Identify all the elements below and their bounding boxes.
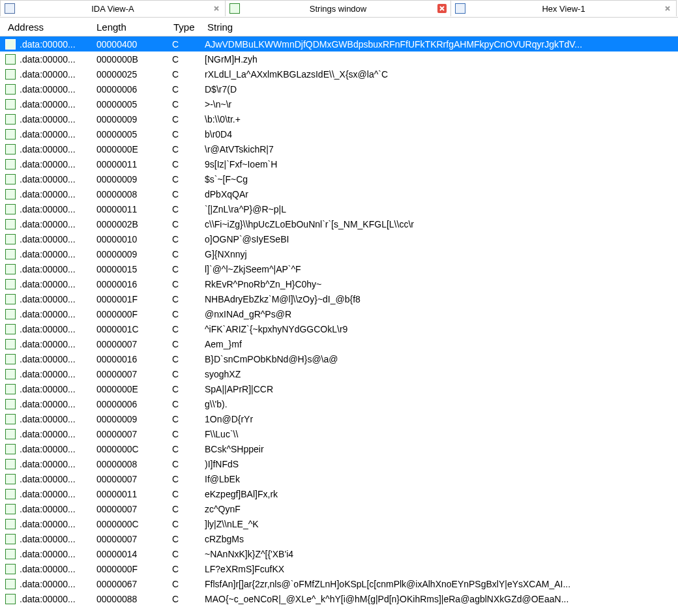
cell-address: .data:00000... bbox=[20, 219, 96, 229]
table-row[interactable]: .data:00000...00000015Cl]`@^l~ZkjSeem^|A… bbox=[0, 261, 678, 276]
cell-length: 00000007 bbox=[96, 369, 172, 379]
table-row[interactable]: .data:00000...0000000CCBCsk^SHppeir bbox=[0, 441, 678, 456]
table-row[interactable]: .data:00000...00000088CMAO{~c_oeNCoR|_@X… bbox=[0, 591, 678, 606]
string-icon bbox=[5, 69, 20, 80]
table-row[interactable]: .data:00000...00000007Czc^QynF bbox=[0, 501, 678, 516]
string-icon bbox=[5, 354, 20, 364]
table-row[interactable]: .data:00000...00000025CrXLdLl_La^AXxlmKB… bbox=[0, 66, 678, 81]
cell-type: C bbox=[172, 489, 205, 499]
string-icon bbox=[5, 294, 20, 304]
cell-length: 00000014 bbox=[96, 549, 172, 559]
cell-length: 00000010 bbox=[96, 234, 172, 244]
cell-type: C bbox=[172, 474, 205, 484]
cell-string: zc^QynF bbox=[205, 504, 678, 514]
cell-string: G]{NXnnyj bbox=[205, 249, 678, 259]
table-row[interactable]: .data:00000...00000005C>-\n~\r bbox=[0, 96, 678, 111]
cell-string: D$\r7(D bbox=[205, 84, 678, 95]
table-row[interactable]: .data:00000...0000000CC]ly|Z\\nLE_^K bbox=[0, 516, 678, 531]
table-row[interactable]: .data:00000...00000005Cb\r0D4 bbox=[0, 126, 678, 141]
string-icon bbox=[5, 519, 20, 529]
table-row[interactable]: .data:00000...0000002BCc\\Fi~iZg}\\hpUcZ… bbox=[0, 216, 678, 231]
table-row[interactable]: .data:00000...00000009CG]{NXnnyj bbox=[0, 246, 678, 261]
table-row[interactable]: .data:00000...00000006Cg\\'b). bbox=[0, 396, 678, 411]
table-row[interactable]: .data:00000...0000000EC\r@AtVTskichR|7 bbox=[0, 141, 678, 156]
table-row[interactable]: .data:00000...00000016CRkEvR^PnoRb^Zn_H}… bbox=[0, 276, 678, 291]
column-header-length[interactable]: Length bbox=[96, 22, 173, 33]
table-row[interactable]: .data:00000...00000007CIf@LbEk bbox=[0, 471, 678, 486]
cell-string: b\r0D4 bbox=[205, 129, 678, 139]
cell-address: .data:00000... bbox=[20, 369, 96, 379]
cell-length: 0000000E bbox=[96, 384, 172, 394]
column-header-type[interactable]: Type bbox=[173, 22, 207, 33]
table-row[interactable]: .data:00000...00000011C9s[Iz|`Fxf~Ioem`H bbox=[0, 156, 678, 171]
strings-table: .data:00000...00000400CAJwVDMBuLKWWmnDjf… bbox=[0, 37, 678, 606]
cell-string: dPbXqQAr bbox=[205, 189, 678, 199]
string-icon bbox=[5, 129, 20, 139]
cell-type: C bbox=[172, 69, 205, 80]
cell-address: .data:00000... bbox=[20, 549, 96, 559]
cell-address: .data:00000... bbox=[20, 279, 96, 289]
string-icon bbox=[5, 339, 20, 349]
tab-hex-view-1[interactable]: Hex View-1 bbox=[451, 0, 677, 16]
table-row[interactable]: .data:00000...00000016CB}D`snCmPObKbNd@H… bbox=[0, 351, 678, 366]
cell-string: AJwVDMBuLKWWmnDjfQDMxGWBdpsbuxRFnFfUFkTK… bbox=[205, 39, 678, 50]
cell-address: .data:00000... bbox=[20, 294, 96, 304]
cell-string: cRZbgMs bbox=[205, 534, 678, 544]
string-icon bbox=[5, 444, 20, 454]
table-row[interactable]: .data:00000...00000007CF\\Luc`\\ bbox=[0, 426, 678, 441]
tab-title: Strings window bbox=[310, 4, 366, 14]
cell-length: 00000400 bbox=[96, 39, 172, 50]
cell-address: .data:00000... bbox=[20, 579, 96, 589]
table-row[interactable]: .data:00000...00000008C)I]fNFdS bbox=[0, 456, 678, 471]
cell-length: 00000007 bbox=[96, 534, 172, 544]
cell-string: ~NAnNxK]k}Z^[{'XB'i4 bbox=[205, 549, 678, 559]
cell-length: 00000015 bbox=[96, 264, 172, 274]
cell-type: C bbox=[172, 519, 205, 529]
column-header-address[interactable]: Address bbox=[8, 22, 96, 33]
table-row[interactable]: .data:00000...0000001FCNHBAdryEbZkz`M@l]… bbox=[0, 291, 678, 306]
string-icon bbox=[5, 204, 20, 214]
cell-address: .data:00000... bbox=[20, 519, 96, 529]
column-header-string[interactable]: String bbox=[207, 22, 678, 33]
tab-strings-window[interactable]: Strings window bbox=[226, 0, 451, 16]
cell-string: NHBAdryEbZkz`M@l]\\zOy}~dI_@b{f8 bbox=[205, 294, 678, 304]
table-row[interactable]: .data:00000...00000008CdPbXqQAr bbox=[0, 186, 678, 201]
table-row[interactable]: .data:00000...0000000BC[NGrM]H.zyh bbox=[0, 51, 678, 66]
cell-string: eKzpegf]BAl]Fx,rk bbox=[205, 489, 678, 499]
table-row[interactable]: .data:00000...00000007CsyoghXZ bbox=[0, 366, 678, 381]
close-icon[interactable] bbox=[212, 4, 221, 13]
table-row[interactable]: .data:00000...00000011C`[|ZnL\ra^P}@R~p|… bbox=[0, 201, 678, 216]
table-row[interactable]: .data:00000...00000014C~NAnNxK]k}Z^[{'XB… bbox=[0, 546, 678, 561]
cell-string: $s`~[F~Cg bbox=[205, 174, 678, 184]
tab-bar: IDA View-AStrings windowHex View-1 bbox=[0, 0, 678, 18]
table-row[interactable]: .data:00000...00000006CD$\r7(D bbox=[0, 81, 678, 96]
table-row[interactable]: .data:00000...00000011CeKzpegf]BAl]Fx,rk bbox=[0, 486, 678, 501]
cell-type: C bbox=[172, 174, 205, 184]
cell-string: @nxINAd_gR^Ps@R bbox=[205, 309, 678, 319]
table-row[interactable]: .data:00000...00000009C1On@D{rYr bbox=[0, 411, 678, 426]
table-row[interactable]: .data:00000...00000009C\b:\\0\tr.+ bbox=[0, 111, 678, 126]
cell-address: .data:00000... bbox=[20, 384, 96, 394]
table-row[interactable]: .data:00000...00000400CAJwVDMBuLKWWmnDjf… bbox=[0, 37, 678, 51]
string-icon bbox=[5, 174, 20, 184]
table-row[interactable]: .data:00000...00000007CAem_}mf bbox=[0, 336, 678, 351]
tab-ida-view-a[interactable]: IDA View-A bbox=[0, 0, 226, 16]
table-row[interactable]: .data:00000...00000067CFflsfAn]r[]ar{2zr… bbox=[0, 576, 678, 591]
string-icon bbox=[5, 429, 20, 439]
cell-string: ^iFK`ARIZ`{~kpxhyNYdGGCOkL\r9 bbox=[205, 324, 678, 334]
table-row[interactable]: .data:00000...00000009C$s`~[F~Cg bbox=[0, 171, 678, 186]
table-row[interactable]: .data:00000...00000007CcRZbgMs bbox=[0, 531, 678, 546]
table-row[interactable]: .data:00000...00000010Co]OGNP`@sIyESeBI bbox=[0, 231, 678, 246]
table-row[interactable]: .data:00000...0000000FCLF?eXRmS]FcufKX bbox=[0, 561, 678, 576]
close-icon[interactable] bbox=[663, 4, 672, 13]
close-icon[interactable] bbox=[437, 4, 447, 13]
string-icon bbox=[5, 114, 20, 125]
table-row[interactable]: .data:00000...0000001CC^iFK`ARIZ`{~kpxhy… bbox=[0, 321, 678, 336]
cell-length: 00000067 bbox=[96, 579, 172, 589]
table-row[interactable]: .data:00000...0000000FC@nxINAd_gR^Ps@R bbox=[0, 306, 678, 321]
cell-address: .data:00000... bbox=[20, 594, 96, 604]
cell-address: .data:00000... bbox=[20, 264, 96, 274]
cell-string: l]`@^l~ZkjSeem^|AP`^F bbox=[205, 264, 678, 274]
cell-length: 00000016 bbox=[96, 279, 172, 289]
table-row[interactable]: .data:00000...0000000ECSpA||APrR]|CCR bbox=[0, 381, 678, 396]
